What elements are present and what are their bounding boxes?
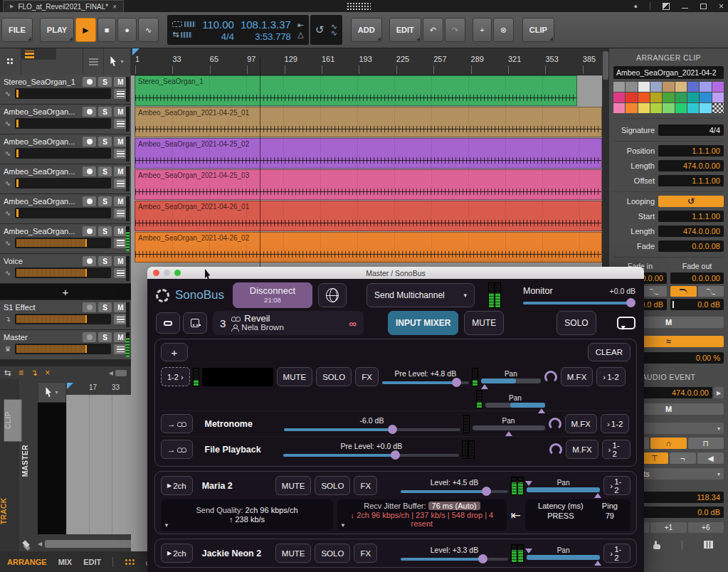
reverb-knob-icon[interactable] (549, 418, 561, 430)
fade-field[interactable]: 0.0.0.08 (658, 240, 724, 252)
metronome-dest-button[interactable]: › 1-2 (601, 414, 629, 433)
disconnect-button[interactable]: Disconnect 21:08 (233, 282, 312, 308)
track-row[interactable]: Ambeo_SeaOrgan... S M ∿ (0, 224, 131, 253)
minimize-traffic-icon[interactable] (164, 270, 170, 276)
zoom-traffic-icon[interactable] (174, 270, 181, 276)
file-menu-button[interactable]: FILE (1, 18, 33, 42)
minimal-view-button[interactable] (156, 312, 180, 334)
tab-clip[interactable]: CLIP (4, 399, 22, 442)
color-swatch[interactable] (700, 82, 711, 92)
layout-edit[interactable]: EDIT (83, 558, 101, 566)
color-swatch[interactable] (638, 82, 650, 92)
solo-button[interactable]: S (98, 166, 112, 176)
redo-button[interactable]: ↷ (445, 18, 465, 42)
solo-button[interactable]: S (98, 137, 112, 147)
fileplayback-mfx-button[interactable]: M.FX (566, 440, 598, 459)
add-track-button[interactable]: + (0, 284, 131, 300)
color-swatch[interactable] (663, 82, 674, 92)
record-arm-button[interactable] (83, 107, 96, 117)
console-view-button[interactable] (183, 312, 207, 334)
clear-button[interactable]: CLEAR (588, 343, 631, 361)
audio-clip[interactable]: Ambeo_SeaOrgan_2021-04-26_02 (134, 232, 602, 263)
fade-out-scurve-button[interactable] (698, 286, 724, 297)
grid-view-button[interactable] (0, 48, 21, 75)
loop-length-field[interactable]: 474.0.0.00 (658, 226, 724, 237)
chat-icon[interactable] (617, 317, 635, 329)
monitor-slider[interactable] (523, 302, 635, 304)
color-swatch[interactable] (638, 92, 650, 102)
display-profile-icon[interactable] (663, 3, 670, 10)
fileplayback-dest-button[interactable]: › 1-2 (602, 440, 631, 459)
track-row[interactable]: Ambeo_SeaOrgan... S M ∿ (0, 105, 131, 134)
track-row[interactable]: Master S M ♛ (0, 330, 131, 359)
length-field[interactable]: 474.0.0.00 (658, 160, 724, 171)
start-field[interactable]: 1.1.1.00 (658, 211, 724, 222)
color-swatch[interactable] (626, 82, 637, 92)
punch-in-range-icon[interactable] (184, 21, 196, 27)
fade-out-field[interactable]: 0.0.0.00 (670, 272, 724, 284)
record-button[interactable]: ● (117, 18, 137, 42)
color-swatch[interactable] (613, 82, 625, 92)
color-swatch[interactable] (675, 92, 687, 102)
solo-button[interactable]: S (98, 256, 112, 266)
offset-field[interactable]: 1.1.1.00 (658, 175, 724, 186)
bar-ruler[interactable]: 1336597129161193225257289321353385 (131, 48, 602, 75)
time-display[interactable]: 3:53.778 (255, 31, 291, 42)
stop-button[interactable]: ■ (97, 18, 117, 42)
record-arm-button[interactable] (83, 137, 96, 147)
track-name[interactable]: Ambeo_SeaOrgan... (4, 137, 80, 146)
signature-display[interactable]: 4/4 (221, 31, 234, 42)
color-swatch[interactable] (626, 92, 637, 102)
color-swatch[interactable] (613, 92, 625, 102)
track-name[interactable]: Ambeo_SeaOrgan... (4, 167, 80, 176)
edit-menu-button[interactable]: EDIT (389, 18, 421, 42)
peer-solo-button[interactable]: SOLO (315, 476, 350, 495)
add-input-button[interactable]: + (161, 343, 188, 361)
metronome-level[interactable]: -6.0 dB (284, 416, 460, 431)
solo-button[interactable]: S (98, 226, 112, 236)
stretch-shape-bell-button[interactable]: ∩ (650, 438, 686, 449)
tab-track[interactable]: TRACK (0, 486, 19, 536)
lanes-view-button[interactable] (21, 48, 56, 60)
send-mode-select[interactable]: Send Multichannel ▾ (366, 283, 475, 307)
metronome-route-button[interactable]: → (161, 414, 193, 433)
layout-mix[interactable]: MIX (58, 558, 73, 566)
volume-fader[interactable] (15, 268, 111, 278)
color-swatch[interactable] (712, 82, 724, 92)
realign-icon[interactable]: ⇤ (511, 508, 521, 523)
hand-icon[interactable] (653, 541, 661, 549)
track-name[interactable]: Ambeo_SeaOrgan... (4, 227, 80, 235)
sonobus-window[interactable]: Master / SonoBus SonoBus Disconnect 21:0… (147, 267, 644, 572)
transpose-plus1-button[interactable]: +1 (650, 522, 686, 533)
fileplayback-route-button[interactable]: → (161, 440, 193, 459)
audition-button[interactable]: ◀ (697, 452, 724, 464)
volume-fader[interactable] (15, 148, 111, 159)
clip-name-field[interactable]: Ambeo_SeaOrgan_2021-04-2 (613, 66, 724, 79)
color-swatch[interactable] (687, 103, 699, 113)
solo-button[interactable]: S (98, 332, 112, 342)
piano-icon[interactable] (704, 541, 713, 549)
peer-dest-button[interactable]: › 1-2 (603, 544, 631, 563)
volume-fader[interactable] (15, 344, 111, 354)
peer-fx-button[interactable]: FX (354, 476, 377, 495)
track-name[interactable]: Master (4, 333, 80, 341)
expand-icon[interactable]: ▼ (340, 522, 346, 529)
color-swatch[interactable] (675, 82, 687, 92)
peer-pan[interactable]: Pan (527, 479, 600, 492)
color-swatch[interactable] (650, 92, 662, 102)
audio-clip[interactable]: Ambeo_SeaOrgan_2021-04-25_03 (134, 169, 602, 200)
session-record-icon[interactable]: ∞ (349, 317, 357, 329)
record-arm-button[interactable] (83, 166, 96, 176)
dual-display-icon[interactable] (125, 558, 134, 566)
peer-dest-button[interactable]: › 1-2 (603, 476, 631, 495)
latency-value[interactable]: PRESS (538, 512, 584, 520)
punch-in-icon[interactable] (172, 21, 182, 27)
peer-level[interactable]: Level: +3.3 dB (401, 546, 508, 561)
color-swatch[interactable] (650, 82, 662, 92)
color-swatch[interactable] (663, 92, 674, 102)
horizontal-scrollbar[interactable] (115, 370, 127, 376)
record-arm-button[interactable] (83, 332, 96, 342)
loop-icon[interactable]: ↺ (315, 23, 325, 36)
record-arm-button[interactable] (83, 226, 96, 236)
onset-marker-button[interactable]: ⊤ (641, 452, 668, 464)
